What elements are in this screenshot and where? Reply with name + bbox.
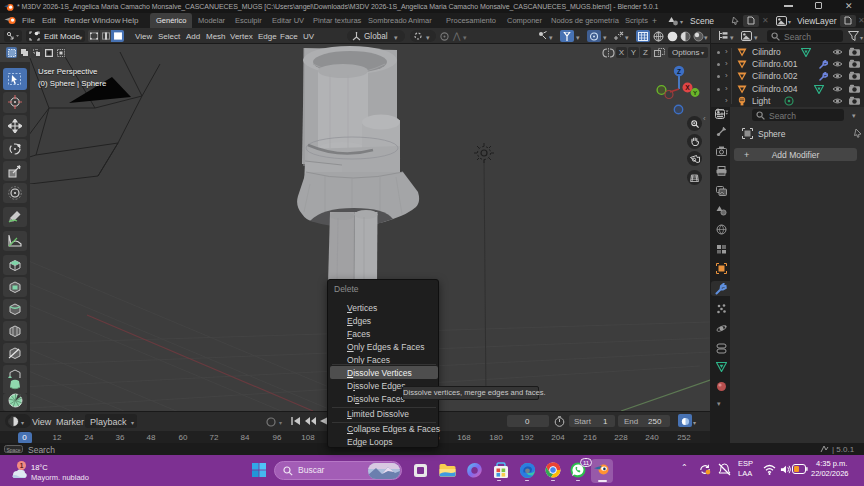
svg-text:Z: Z — [677, 68, 681, 75]
svg-text:Y: Y — [693, 90, 697, 96]
svg-text:X: X — [685, 84, 690, 91]
